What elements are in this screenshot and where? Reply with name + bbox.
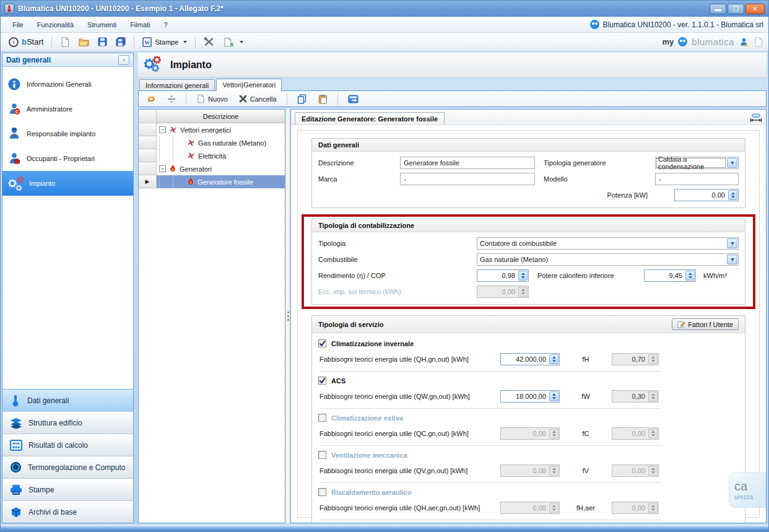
menu-filmati[interactable]: Filmati [123, 19, 157, 31]
close-button[interactable]: ✕ [745, 4, 765, 14]
tree-node-generatori[interactable]: − Generatori [139, 162, 285, 175]
tipologia-select[interactable]: Contatore di combustibile [477, 237, 739, 250]
nav-label: Risultati di calcolo [28, 441, 88, 450]
f-spinner: 0,30 [612, 390, 659, 403]
ecc-sol-termico-label: Ecc. imp. sol termico (kWh) [318, 288, 474, 295]
q-spinner: 0,00 [500, 427, 560, 440]
menu-file[interactable]: File [6, 19, 30, 31]
fattori-f-utente-button[interactable]: Fattori f Utente [672, 318, 739, 330]
copy-button[interactable] [293, 93, 311, 105]
checkbox-unchecked[interactable] [318, 451, 326, 459]
nav-dati-generali[interactable]: Dati generali [2, 389, 133, 411]
menu-funzionalita[interactable]: Funzionalità [30, 19, 80, 31]
menu-help[interactable]: ? [157, 19, 175, 31]
tipologia-generatore-select[interactable]: Caldaia a condensazione [655, 157, 739, 169]
spinner-arrows-icon [549, 429, 558, 438]
worker-icon [7, 127, 21, 141]
spinner-arrows-icon[interactable] [549, 391, 558, 401]
menu-strumenti[interactable]: Strumenti [80, 19, 123, 31]
nav-stampe[interactable]: Stampe [2, 478, 133, 500]
maximize-button[interactable]: ❐ [728, 4, 744, 14]
tab-informazioni-generali[interactable]: Informazioni generali [139, 79, 215, 90]
collapse-sidebar-button[interactable]: ‹ [118, 55, 129, 65]
sidebar-item-label: Responsabile impianto [27, 130, 95, 137]
tree-node-label: Generatore fossile [198, 178, 253, 186]
excel-export-button[interactable]: X [220, 35, 246, 49]
tab-vettori-generatori[interactable]: Vettori|Generatori [216, 79, 282, 91]
checkbox-checked[interactable] [318, 377, 326, 385]
sidebar-item-informazioni-generali[interactable]: Informazioni Generali [2, 72, 133, 97]
cancella-button[interactable]: Cancella [235, 94, 280, 104]
chevron-down-icon[interactable] [727, 255, 737, 264]
bstart-button[interactable]: › bStart [6, 35, 46, 49]
collapse-node-icon[interactable]: − [159, 126, 166, 133]
paste-button[interactable] [315, 93, 331, 105]
editor-tab-title[interactable]: Editazione Generatore: Generatore fossil… [295, 112, 445, 124]
nav-termoregolazione[interactable]: Termoregolazione e Computo [2, 456, 133, 478]
panel-splitter[interactable] [285, 109, 290, 523]
nav-struttura-edificio[interactable]: Struttura edificio [2, 411, 133, 434]
split-view-button[interactable] [163, 94, 180, 105]
descrizione-input[interactable]: Generatore fossile [400, 157, 535, 169]
sidebar-item-amministratore[interactable]: C Amministratore [2, 97, 133, 121]
spinner-arrows-icon[interactable] [549, 354, 558, 364]
collapse-node-icon[interactable]: − [159, 165, 166, 172]
open-folder-button[interactable] [76, 35, 92, 48]
sidebar-title: Dati generali [6, 56, 51, 64]
nav-label: Dati generali [27, 396, 69, 405]
q-spinner[interactable]: 42.000,00 [500, 353, 560, 365]
page-star-icon[interactable] [754, 37, 763, 47]
q-label: Fabbisogni teorici energia utile (QH,aer… [319, 504, 500, 512]
new-file-button[interactable] [57, 35, 73, 49]
checkbox-unchecked[interactable] [318, 414, 326, 422]
tools-button[interactable] [201, 35, 217, 48]
export-button[interactable] [344, 94, 362, 105]
tree-node-vettori-energetici[interactable]: − Vettori energetici [139, 123, 285, 136]
user-star-icon[interactable] [739, 37, 749, 47]
minimize-button[interactable]: ▬ [710, 4, 726, 14]
administrator-icon: C [7, 102, 21, 116]
potenza-spinner[interactable]: 0,00 [674, 189, 739, 201]
splitter-grip-icon [287, 312, 289, 321]
tree-node-gas-naturale[interactable]: Gas naturale (Metano) [139, 136, 285, 149]
spinner-arrows-icon[interactable] [518, 271, 528, 281]
sidebar-item-responsabile-impianto[interactable]: Responsabile impianto [2, 121, 133, 146]
combustibile-select[interactable]: Gas naturale (Metano) [477, 253, 739, 266]
spinner-arrows-icon[interactable] [685, 271, 695, 281]
spinner-arrows-icon [518, 287, 528, 297]
potere-calorifero-spinner[interactable]: 9,45 [644, 269, 696, 282]
sidebar: Dati generali ‹ Informazioni Generali C … [2, 53, 134, 523]
bstart-icon: › [9, 37, 19, 47]
resize-width-icon[interactable] [750, 113, 762, 123]
nav-label: Archivi di base [28, 508, 77, 517]
nav-archivi-di-base[interactable]: Archivi di base [2, 500, 133, 523]
save-all-button[interactable] [113, 35, 129, 48]
tree-node-elettricita[interactable]: Elettricità [139, 149, 285, 162]
checkbox-checked[interactable] [318, 339, 326, 347]
save-button[interactable] [95, 35, 110, 48]
stampe-button[interactable]: W Stampe [139, 35, 190, 49]
tipologia-label: Tipologia [318, 240, 474, 247]
tree-node-generatore-fossile[interactable]: ▶ Generatore fossile [139, 175, 285, 188]
spinner-arrows-icon[interactable] [728, 190, 737, 200]
content-area: Dati generali ‹ Informazioni Generali C … [1, 51, 768, 525]
checkbox-unchecked[interactable] [318, 488, 326, 496]
potere-unit-label: kWh/m³ [698, 272, 739, 279]
sidebar-item-label: Occupanti - Proprietari [27, 155, 95, 162]
chevron-down-icon[interactable] [727, 238, 737, 248]
modello-input[interactable]: - [655, 173, 739, 185]
refresh-button[interactable] [142, 94, 160, 105]
marca-input[interactable]: - [400, 173, 535, 185]
spinner-arrows-icon [549, 503, 558, 513]
q-spinner[interactable]: 18.000,00 [500, 390, 560, 403]
nav-risultati-di-calcolo[interactable]: Risultati di calcolo [2, 434, 133, 456]
chevron-down-icon[interactable] [727, 158, 737, 168]
refresh-icon [146, 95, 156, 103]
spinner-arrows-icon [648, 466, 658, 476]
nuovo-button[interactable]: Nuovo [193, 93, 232, 105]
sidebar-item-impianto[interactable]: Impianto [2, 171, 133, 196]
version-text: Blumatica UNI10200 - ver. 1.1.0.1 - Blum… [603, 20, 763, 29]
sidebar-item-occupanti-proprietari[interactable]: Occupanti - Proprietari [2, 146, 133, 171]
tree-column-header[interactable]: Descrizione [157, 110, 285, 123]
rendimento-spinner[interactable]: 0,98 [477, 269, 529, 282]
